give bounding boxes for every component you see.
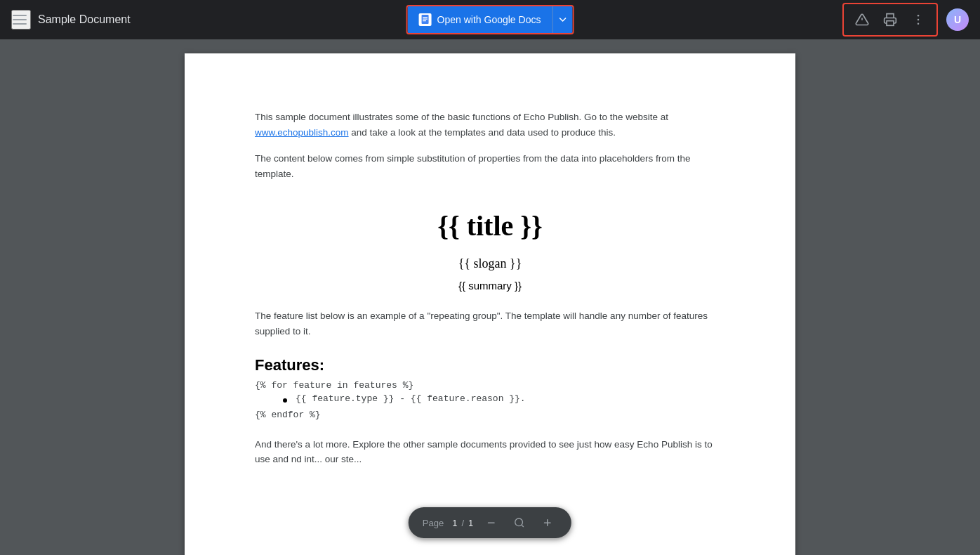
open-with-dropdown-button[interactable] xyxy=(552,6,572,33)
page-label: Page xyxy=(423,518,444,528)
svg-point-8 xyxy=(918,19,920,21)
svg-rect-10 xyxy=(488,523,495,524)
zoom-in-button[interactable] xyxy=(538,513,557,533)
svg-point-9 xyxy=(918,23,920,25)
topbar-center: Open with Google Docs xyxy=(406,5,574,34)
page-current: 1 xyxy=(452,518,457,528)
user-avatar[interactable]: U xyxy=(946,8,969,31)
template-summary: {{ summary }} xyxy=(255,280,725,292)
open-with-label: Open with Google Docs xyxy=(437,14,541,25)
svg-rect-2 xyxy=(423,19,428,20)
page-info: 1 / 1 xyxy=(452,518,473,528)
topbar-left: Sample Document xyxy=(11,10,131,30)
paragraph-3: The feature list below is an example of … xyxy=(255,308,725,339)
svg-rect-14 xyxy=(547,519,548,526)
document-page: This sample document illustrates some of… xyxy=(185,53,795,555)
app-menu-button[interactable] xyxy=(11,10,31,30)
echo-publish-link[interactable]: www.echopublish.com xyxy=(255,127,349,138)
features-heading: Features: xyxy=(255,356,725,374)
topbar: Sample Document Open with Google Docs xyxy=(0,0,980,39)
svg-rect-3 xyxy=(423,20,426,21)
toolbar-buttons-group xyxy=(842,3,938,37)
svg-point-11 xyxy=(515,518,523,526)
zoom-button[interactable] xyxy=(510,513,529,533)
content-area: This sample document illustrates some of… xyxy=(0,39,980,555)
print-button[interactable] xyxy=(878,7,903,32)
page-bar: Page 1 / 1 xyxy=(409,507,571,538)
google-docs-icon xyxy=(419,13,432,26)
paragraph-1: This sample document illustrates some of… xyxy=(255,110,725,140)
more-options-button[interactable] xyxy=(906,7,931,32)
paragraph-4-cont: nd int... our ste... xyxy=(291,454,362,464)
svg-rect-6 xyxy=(887,21,894,26)
document-title: Sample Document xyxy=(38,13,131,26)
svg-rect-1 xyxy=(423,17,428,18)
code-for: {% for feature in features %} xyxy=(255,380,725,391)
avatar-image: U xyxy=(946,8,969,31)
bullet-dot xyxy=(283,398,287,403)
open-with-google-docs-button[interactable]: Open with Google Docs xyxy=(408,6,552,33)
code-bullet-text: {{ feature.type }} - {{ feature.reason }… xyxy=(296,393,526,404)
svg-line-12 xyxy=(522,525,524,527)
template-slogan: {{ slogan }} xyxy=(255,256,725,271)
code-endfor: {% endfor %} xyxy=(255,410,725,420)
topbar-right: U xyxy=(842,3,969,37)
template-title: {{ title }} xyxy=(255,209,725,242)
paragraph-4: And there's a lot more. Explore the othe… xyxy=(255,437,725,467)
paragraph-2: The content below comes from simple subs… xyxy=(255,151,725,181)
open-with-wrapper: Open with Google Docs xyxy=(406,5,574,34)
page-separator: / xyxy=(461,518,464,528)
svg-point-7 xyxy=(918,15,920,17)
paragraph-1-cont: and take a look at the templates and dat… xyxy=(351,127,616,138)
page-total: 1 xyxy=(468,518,473,528)
alert-icon-button[interactable] xyxy=(849,7,875,32)
code-bullet-item: {{ feature.type }} - {{ feature.reason }… xyxy=(283,393,725,407)
paragraph-1-text: This sample document illustrates some of… xyxy=(255,112,668,122)
zoom-out-button[interactable] xyxy=(482,513,501,533)
